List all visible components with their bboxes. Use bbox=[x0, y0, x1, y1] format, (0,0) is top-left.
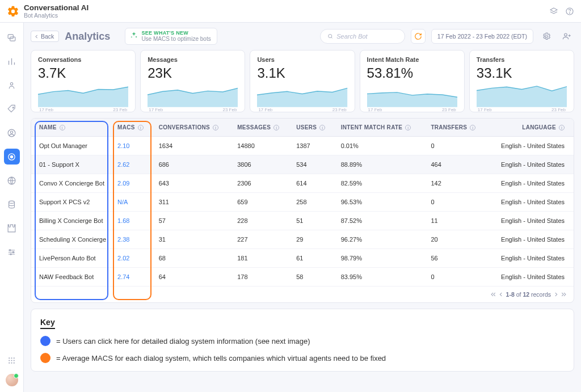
cell-macs[interactable]: 2.38 bbox=[112, 230, 153, 249]
table-header[interactable]: NAME i bbox=[31, 119, 112, 137]
help-icon[interactable] bbox=[565, 7, 574, 16]
cell-macs[interactable]: 2.74 bbox=[112, 268, 153, 286]
key-title: Key bbox=[40, 318, 55, 329]
svg-point-15 bbox=[9, 357, 10, 359]
search-icon bbox=[327, 33, 333, 40]
cell-imr: 87.52% bbox=[335, 212, 426, 230]
nav-sliders-icon[interactable] bbox=[4, 244, 20, 260]
cell-language: English - United States bbox=[487, 155, 574, 174]
search-input[interactable] bbox=[336, 33, 398, 40]
nav-analytics-icon[interactable] bbox=[4, 53, 20, 69]
table-row[interactable]: 01 - Support X 2.62 686 3806 534 88.89% … bbox=[31, 155, 574, 174]
refresh-button[interactable] bbox=[411, 29, 426, 44]
nav-globe-icon[interactable] bbox=[4, 172, 20, 188]
cell-conversations: 643 bbox=[153, 174, 232, 193]
cell-name[interactable]: Support X PCS v2 bbox=[31, 193, 112, 212]
metric-card[interactable]: Users 3.1K 17 Feb23 Feb bbox=[250, 50, 355, 112]
table-row[interactable]: LivePerson Auto Bot 2.02 68 181 61 98.79… bbox=[31, 249, 574, 268]
cell-transfers: 0 bbox=[425, 268, 487, 286]
cell-imr: 82.59% bbox=[335, 174, 426, 193]
cell-macs[interactable]: 2.02 bbox=[112, 249, 153, 268]
table-row[interactable]: Opt Out Manager 2.10 1634 14880 1387 0.0… bbox=[31, 137, 574, 155]
cell-macs[interactable]: N/A bbox=[112, 193, 153, 212]
cell-language: English - United States bbox=[487, 268, 574, 286]
avatar[interactable] bbox=[6, 374, 18, 386]
search-input-wrap[interactable] bbox=[320, 29, 405, 44]
page-prev-icon[interactable] bbox=[498, 292, 504, 297]
svg-point-19 bbox=[11, 360, 12, 361]
table-header[interactable]: INTENT MATCH RATE i bbox=[335, 119, 426, 137]
metric-date-range: 17 Feb23 Feb bbox=[257, 107, 347, 112]
metric-label: Intent Match Rate bbox=[367, 56, 457, 63]
table-header[interactable]: CONVERSATIONS i bbox=[153, 119, 232, 137]
svg-rect-3 bbox=[10, 37, 15, 41]
page-first-icon[interactable] bbox=[490, 292, 496, 297]
table-header[interactable]: MESSAGES i bbox=[231, 119, 290, 137]
back-label: Back bbox=[41, 33, 54, 40]
cell-imr: 96.27% bbox=[335, 230, 426, 249]
cell-macs[interactable]: 1.68 bbox=[112, 212, 153, 230]
metric-card[interactable]: Messages 23K 17 Feb23 Feb bbox=[140, 50, 245, 112]
cell-users: 51 bbox=[290, 212, 335, 230]
svg-point-9 bbox=[10, 155, 12, 158]
table-row[interactable]: Convo X Concierge Bot 2.09 643 2306 614 … bbox=[31, 174, 574, 193]
cell-name[interactable]: Billing X Concierge Bot bbox=[31, 212, 112, 230]
cell-name[interactable]: Convo X Concierge Bot bbox=[31, 174, 112, 193]
date-range-picker[interactable]: 17 Feb 2022 - 23 Feb 2022 (EDT) bbox=[431, 29, 533, 44]
metric-label: Messages bbox=[148, 56, 238, 63]
table-header[interactable]: TRANSFERS i bbox=[425, 119, 487, 137]
table-row[interactable]: NAW Feedback Bot 2.74 64 178 58 83.95% 0… bbox=[31, 268, 574, 286]
cell-conversations: 68 bbox=[153, 249, 232, 268]
svg-point-22 bbox=[11, 362, 12, 363]
nav-database-icon[interactable] bbox=[4, 196, 20, 212]
metric-label: Conversations bbox=[38, 56, 128, 63]
nav-tags-icon[interactable] bbox=[4, 101, 20, 117]
page-last-icon[interactable] bbox=[561, 292, 567, 297]
metric-card[interactable]: Conversations 3.7K 17 Feb23 Feb bbox=[31, 50, 136, 112]
svg-point-18 bbox=[9, 360, 10, 361]
cell-language: English - United States bbox=[487, 174, 574, 193]
info-icon: i bbox=[60, 125, 65, 130]
key-panel: Key = Users can click here for detailed … bbox=[31, 309, 574, 372]
metrics-row: Conversations 3.7K 17 Feb23 Feb Messages… bbox=[28, 50, 576, 112]
user-add-icon[interactable] bbox=[559, 29, 574, 44]
pagination-text: 1-8 of 12 records bbox=[506, 291, 551, 298]
cell-macs[interactable]: 2.10 bbox=[112, 137, 153, 155]
cell-name[interactable]: LivePerson Auto Bot bbox=[31, 249, 112, 268]
table-row[interactable]: Support X PCS v2 N/A 311 659 258 96.53% … bbox=[31, 193, 574, 212]
back-button[interactable]: Back bbox=[31, 31, 59, 42]
info-icon: i bbox=[319, 125, 325, 130]
cell-name[interactable]: 01 - Support X bbox=[31, 155, 112, 174]
nav-conversations-icon[interactable] bbox=[4, 29, 20, 45]
nav-users-icon[interactable] bbox=[4, 77, 20, 93]
whats-new-banner[interactable]: SEE WHAT'S NEW Use MACS to optimize bots bbox=[125, 28, 217, 45]
gear-icon bbox=[7, 5, 19, 18]
nav-bot-icon[interactable] bbox=[4, 149, 20, 165]
metric-card[interactable]: Transfers 33.1K 17 Feb23 Feb bbox=[469, 50, 574, 112]
metric-sparkline bbox=[477, 83, 567, 107]
nav-profile-icon[interactable] bbox=[4, 125, 20, 141]
layers-icon[interactable] bbox=[549, 7, 558, 16]
table-header[interactable]: USERS i bbox=[290, 119, 335, 137]
cell-name[interactable]: Opt Out Manager bbox=[31, 137, 112, 155]
cell-macs[interactable]: 2.09 bbox=[112, 174, 153, 193]
cell-macs[interactable]: 2.62 bbox=[112, 155, 153, 174]
pagination: 1-8 of 12 records bbox=[31, 286, 574, 302]
cell-transfers: 56 bbox=[425, 249, 487, 268]
nav-apps-icon[interactable] bbox=[4, 352, 20, 368]
cell-name[interactable]: Scheduling X Concierge bbox=[31, 230, 112, 249]
table-row[interactable]: Scheduling X Concierge 2.38 31 227 29 96… bbox=[31, 230, 574, 249]
metric-card[interactable]: Intent Match Rate 53.81% 17 Feb23 Feb bbox=[360, 50, 465, 112]
cell-name[interactable]: NAW Feedback Bot bbox=[31, 268, 112, 286]
nav-puzzle-icon[interactable] bbox=[4, 220, 20, 236]
page-next-icon[interactable] bbox=[553, 292, 559, 297]
cell-language: English - United States bbox=[487, 249, 574, 268]
svg-point-21 bbox=[9, 362, 10, 363]
settings-icon[interactable] bbox=[539, 29, 554, 44]
table-header[interactable]: LANGUAGE i bbox=[487, 119, 574, 137]
metric-value: 23K bbox=[148, 65, 238, 81]
cell-imr: 96.53% bbox=[335, 193, 426, 212]
table-header[interactable]: MACS i bbox=[112, 119, 153, 137]
table-row[interactable]: Billing X Concierge Bot 1.68 57 228 51 8… bbox=[31, 212, 574, 230]
svg-point-12 bbox=[10, 249, 11, 250]
